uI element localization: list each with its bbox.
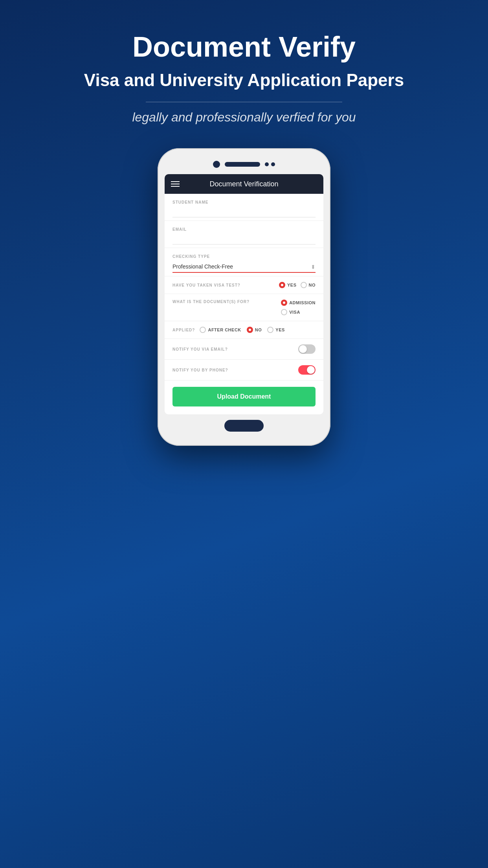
checking-type-section: CHECKING TYPE Professional Check-Free St…	[165, 248, 323, 276]
visa-test-yes-label: YES	[287, 283, 297, 287]
email-label: EMAIL	[172, 227, 316, 232]
doc-visa-label: Visa	[289, 310, 300, 314]
notify-phone-toggle[interactable]	[298, 365, 316, 375]
visa-test-section: HAVE YOU TAKEN VISA TEST? YES NO	[165, 276, 323, 294]
applied-no-option[interactable]: NO	[247, 327, 262, 333]
phone-mockup: Document Verification STUDENT NAME EMAIL…	[158, 148, 330, 446]
student-name-input[interactable]	[172, 207, 316, 217]
notify-phone-toggle-knob	[307, 366, 315, 374]
checking-type-label: CHECKING TYPE	[172, 254, 316, 259]
phone-camera	[213, 161, 220, 168]
app-bar-title: Document Verification	[209, 180, 278, 188]
document-for-row: WHAT IS THE DOCUMENT(S) FOR? Admission V…	[172, 300, 316, 315]
header-divider	[146, 102, 342, 102]
applied-yes-radio[interactable]	[267, 327, 273, 333]
applied-row: APPLIED? AFTER CHECK NO YES	[172, 327, 316, 333]
applied-yes-label: YES	[275, 327, 285, 332]
doc-admission-option[interactable]: Admission	[281, 300, 316, 306]
student-name-label: STUDENT NAME	[172, 200, 316, 204]
hamburger-icon[interactable]	[171, 181, 180, 187]
email-section: EMAIL	[165, 221, 323, 248]
upload-section: Upload Document	[165, 381, 323, 414]
document-for-options: Admission Visa	[281, 300, 316, 315]
phone-top-bar	[165, 157, 323, 174]
doc-admission-label: Admission	[289, 300, 316, 305]
applied-section: APPLIED? AFTER CHECK NO YES	[165, 321, 323, 339]
applied-after-check-option[interactable]: AFTER CHECK	[200, 327, 241, 333]
upload-button[interactable]: Upload Document	[172, 387, 316, 406]
applied-after-check-label: AFTER CHECK	[208, 327, 241, 332]
notify-email-label: NOTIFY YOU VIA EMAIL?	[172, 347, 228, 351]
visa-test-no-option[interactable]: NO	[301, 282, 316, 288]
document-for-section: WHAT IS THE DOCUMENT(S) FOR? Admission V…	[165, 294, 323, 321]
notify-phone-label: NOTIFY YOU BY PHONE?	[172, 368, 228, 372]
app-bar: Document Verification	[165, 174, 323, 194]
visa-test-no-radio[interactable]	[301, 282, 307, 288]
document-for-label: WHAT IS THE DOCUMENT(S) FOR?	[172, 300, 277, 304]
page-title: Document Verify	[132, 31, 356, 63]
page-subtitle: Visa and University Application Papers	[84, 70, 404, 90]
phone-speaker	[225, 162, 260, 167]
phone-home-bar	[165, 414, 323, 434]
visa-test-yes-option[interactable]: YES	[279, 282, 297, 288]
notify-email-section: NOTIFY YOU VIA EMAIL?	[165, 339, 323, 360]
doc-admission-radio[interactable]	[281, 300, 287, 306]
notify-email-toggle-knob	[299, 345, 307, 353]
visa-test-label: HAVE YOU TAKEN VISA TEST?	[172, 283, 275, 287]
email-input[interactable]	[172, 234, 316, 245]
visa-test-no-label: NO	[309, 283, 316, 287]
student-name-section: STUDENT NAME	[165, 194, 323, 221]
checking-type-select[interactable]: Professional Check-Free Standard Check P…	[172, 261, 316, 273]
form-content: STUDENT NAME EMAIL CHECKING TYPE Profess…	[165, 194, 323, 414]
visa-test-radio-group: YES NO	[279, 282, 316, 288]
phone-screen: Document Verification STUDENT NAME EMAIL…	[165, 174, 323, 414]
phone-dot-1	[265, 162, 269, 166]
checking-type-wrapper: Professional Check-Free Standard Check P…	[172, 261, 316, 273]
applied-yes-option[interactable]: YES	[267, 327, 285, 333]
applied-label: APPLIED?	[172, 328, 195, 332]
applied-after-check-radio[interactable]	[200, 327, 206, 333]
visa-test-yes-radio[interactable]	[279, 282, 285, 288]
doc-visa-option[interactable]: Visa	[281, 309, 316, 315]
notify-email-toggle[interactable]	[298, 344, 316, 354]
applied-no-radio[interactable]	[247, 327, 253, 333]
phone-home-button[interactable]	[224, 420, 264, 432]
phone-dot-2	[271, 162, 275, 166]
header-tagline: legally and professionally verfied for y…	[132, 110, 356, 125]
applied-no-label: NO	[255, 327, 262, 332]
doc-visa-radio[interactable]	[281, 309, 287, 315]
notify-phone-section: NOTIFY YOU BY PHONE?	[165, 360, 323, 381]
phone-dots	[265, 162, 275, 166]
